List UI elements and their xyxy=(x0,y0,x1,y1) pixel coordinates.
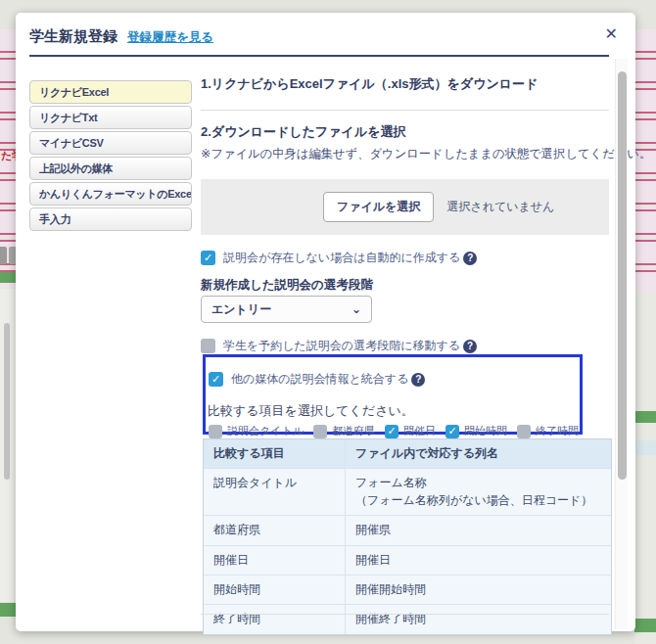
sidebar-item-manual-entry[interactable]: 手入力 xyxy=(29,207,192,231)
table-row: 開始時間 開催開始時間 xyxy=(204,575,611,604)
sidebar-item-rikunabi-txt[interactable]: リクナビTxt xyxy=(29,106,192,129)
table-cell-item: 都道府県 xyxy=(204,516,345,544)
move-stage-label: 学生を予約した説明会の選考段階に移動する xyxy=(223,338,460,354)
compare-option-label: 終了時間 xyxy=(536,424,579,438)
auto-create-label: 説明会が存在しない場合は自動的に作成する xyxy=(223,250,460,266)
background-scroll-bar xyxy=(4,323,10,480)
compare-date-checkbox[interactable]: ✓ xyxy=(385,425,398,438)
move-stage-checkbox[interactable]: ✓ xyxy=(201,339,215,353)
compare-option-prefecture: ✓ 都道府県 xyxy=(313,424,375,438)
background-blue-row xyxy=(634,440,656,455)
table-cell-column: 開催日 xyxy=(345,546,611,575)
file-drop-area: ファイルを選択 選択されていません xyxy=(201,179,609,235)
check-icon: ✓ xyxy=(211,374,220,385)
stage-select-label: 新規作成した説明会の選考段階 xyxy=(201,277,373,294)
table-row: 説明会タイトル フォーム名称 （フォーム名称列がない場合、日程コード） xyxy=(204,468,611,515)
import-source-sidebar: リクナビExcel リクナビTxt マイナビCSV 上記以外の媒体 かんりくんフ… xyxy=(29,80,192,233)
background-green-strip xyxy=(634,619,656,632)
merge-highlight-box xyxy=(203,354,583,435)
table-cell-column: 開催県 xyxy=(345,516,611,544)
background-gray-panel xyxy=(634,292,656,644)
check-icon: ✓ xyxy=(447,426,456,437)
table-header-column: ファイル内で対応する列名 xyxy=(345,439,611,468)
help-icon[interactable]: ? xyxy=(411,373,425,387)
background-green-strip xyxy=(634,411,656,423)
background-gray-button xyxy=(0,247,7,264)
compare-option-end-time: ✓ 終了時間 xyxy=(517,424,579,438)
compare-option-label: 説明会タイトル xyxy=(227,424,304,438)
merge-checkbox-row: ✓ 他の媒体の説明会情報と統合する ? xyxy=(209,371,425,388)
compare-option-label: 開始時間 xyxy=(464,424,507,438)
table-row: 都道府県 開催県 xyxy=(204,515,611,544)
file-status-text: 選択されていません xyxy=(446,199,554,215)
table-cell-item: 開催日 xyxy=(204,546,345,575)
check-icon: ✓ xyxy=(387,426,396,437)
page-title: 学生新規登録 xyxy=(29,27,117,46)
help-icon[interactable]: ? xyxy=(463,252,477,265)
compare-end-time-checkbox[interactable]: ✓ xyxy=(517,425,531,438)
compare-prompt: 比較する項目を選択してください。 xyxy=(208,402,414,420)
table-header-row: 比較する項目 ファイル内で対応する列名 xyxy=(204,439,611,468)
table-cell-item: 説明会タイトル xyxy=(204,469,345,515)
modal-scrollbar[interactable] xyxy=(615,59,628,629)
close-icon[interactable]: ✕ xyxy=(605,24,618,43)
table-row: 開催日 開催日 xyxy=(204,545,611,575)
registration-history-link[interactable]: 登録履歴を見る xyxy=(127,29,213,46)
table-cell-column: 開催終了時間 xyxy=(345,605,611,633)
step2-note: ※ファイルの中身は編集せず、ダウンロードしたままの状態で選択してください。 xyxy=(201,146,651,162)
compare-prefecture-checkbox[interactable]: ✓ xyxy=(313,425,327,438)
sidebar-item-rikunabi-excel[interactable]: リクナビExcel xyxy=(29,80,192,104)
step1-title: 1.リクナビからExcelファイル（.xls形式）をダウンロード xyxy=(201,75,538,93)
auto-create-checkbox[interactable]: ✓ xyxy=(201,251,215,265)
table-cell-column: 開催開始時間 xyxy=(345,575,611,604)
compare-option-label: 開催日 xyxy=(403,424,436,438)
student-registration-modal: 学生新規登録 登録履歴を見る ✕ リクナビExcel リクナビTxt マイナビC… xyxy=(16,13,635,631)
header-divider xyxy=(29,55,609,57)
step2-title: 2.ダウンロードしたファイルを選択 xyxy=(201,123,406,141)
table-cell-item: 開始時間 xyxy=(204,575,345,604)
sidebar-item-kanrikun-excel[interactable]: かんりくんフォーマットのExcel xyxy=(29,182,192,206)
table-cell-item: 終了時間 xyxy=(204,605,345,633)
merge-label: 他の媒体の説明会情報と統合する xyxy=(231,371,408,388)
auto-create-checkbox-row: ✓ 説明会が存在しない場合は自動的に作成する ? xyxy=(201,250,477,266)
table-header-item: 比較する項目 xyxy=(204,439,345,468)
sidebar-item-other-media[interactable]: 上記以外の媒体 xyxy=(29,157,192,180)
table-cell-column-line2: （フォーム名称列がない場合、日程コード） xyxy=(355,492,601,509)
sidebar-item-mynavi-csv[interactable]: マイナビCSV xyxy=(29,131,192,155)
compare-option-date: ✓ 開催日 xyxy=(385,424,436,438)
modal-scrollbar-thumb[interactable] xyxy=(618,71,627,480)
stage-select-value: エントリー xyxy=(211,301,271,318)
merge-checkbox[interactable]: ✓ xyxy=(209,372,223,387)
help-icon[interactable]: ? xyxy=(463,340,477,353)
compare-start-time-checkbox[interactable]: ✓ xyxy=(445,425,459,438)
compare-option-label: 都道府県 xyxy=(332,424,375,438)
table-cell-column-line1: フォーム名称 xyxy=(355,475,601,491)
table-cell-column: フォーム名称 （フォーム名称列がない場合、日程コード） xyxy=(345,469,611,515)
section-divider xyxy=(201,110,609,111)
table-row: 終了時間 開催終了時間 xyxy=(204,604,611,633)
column-mapping-table: 比較する項目 ファイル内で対応する列名 説明会タイトル フォーム名称 （フォーム… xyxy=(203,438,612,635)
compare-title-checkbox[interactable]: ✓ xyxy=(209,425,222,438)
compare-option-title: ✓ 説明会タイトル xyxy=(209,424,304,438)
compare-options-row: ✓ 説明会タイトル ✓ 都道府県 ✓ 開催日 ✓ 開始時間 ✓ 終了時間 xyxy=(209,424,588,438)
stage-select[interactable]: エントリー ⌄ xyxy=(201,296,372,323)
file-select-button[interactable]: ファイルを選択 xyxy=(323,192,434,222)
compare-option-start-time: ✓ 開始時間 xyxy=(445,424,507,438)
check-icon: ✓ xyxy=(204,253,212,263)
footer-divider xyxy=(201,614,609,615)
move-stage-checkbox-row: ✓ 学生を予約した説明会の選考段階に移動する ? xyxy=(201,338,477,354)
